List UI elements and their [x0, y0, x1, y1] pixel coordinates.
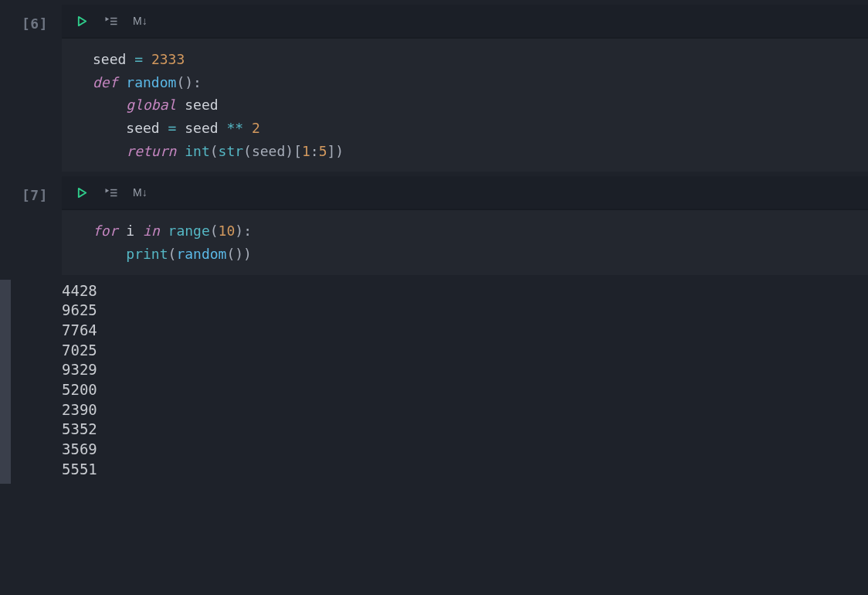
cell-output: 4428 9625 7764 7025 9329 5200 2390 5352 …: [0, 280, 868, 484]
execution-count: [6]: [0, 5, 62, 32]
code-line: def random():: [62, 71, 856, 94]
code-editor[interactable]: for i in range(10): print(random()): [62, 210, 868, 274]
play-icon: [76, 15, 88, 27]
notebook-cell: [6] M↓ seed = 2333def random(): global s…: [0, 5, 868, 172]
output-gutter: [0, 280, 11, 484]
stdout-text: 4428 9625 7764 7025 9329 5200 2390 5352 …: [62, 280, 97, 484]
cell-main: M↓ for i in range(10): print(random()): [62, 176, 868, 274]
play-icon: [76, 187, 88, 199]
code-line: for i in range(10):: [62, 219, 856, 243]
code-line: seed = 2333: [62, 48, 856, 71]
cell-toolbar: M↓: [62, 176, 868, 210]
step-icon: [104, 15, 118, 27]
markdown-toggle-button[interactable]: M↓: [133, 186, 147, 199]
execution-count: [7]: [0, 176, 62, 203]
markdown-toggle-button[interactable]: M↓: [133, 15, 147, 27]
cell-main: M↓ seed = 2333def random(): global seed …: [62, 5, 868, 172]
run-cell-button[interactable]: [74, 13, 90, 29]
code-line: print(random()): [62, 243, 856, 266]
run-by-line-button[interactable]: [103, 13, 119, 29]
step-icon: [104, 187, 118, 199]
code-line: return int(str(seed)[1:5]): [62, 140, 856, 163]
svg-rect-0: [110, 17, 117, 19]
svg-rect-1: [110, 20, 117, 22]
cell-toolbar: M↓: [62, 5, 868, 39]
run-by-line-button[interactable]: [103, 185, 119, 200]
code-line: seed = seed ** 2: [62, 117, 856, 140]
notebook-cell: [7] M↓ for i in range(10): print(random(…: [0, 176, 868, 274]
svg-rect-5: [110, 196, 117, 197]
svg-rect-2: [110, 23, 117, 25]
code-editor[interactable]: seed = 2333def random(): global seed see…: [62, 39, 868, 172]
svg-rect-3: [110, 189, 117, 191]
svg-rect-4: [110, 192, 117, 194]
run-cell-button[interactable]: [74, 185, 90, 200]
code-line: global seed: [62, 94, 856, 117]
